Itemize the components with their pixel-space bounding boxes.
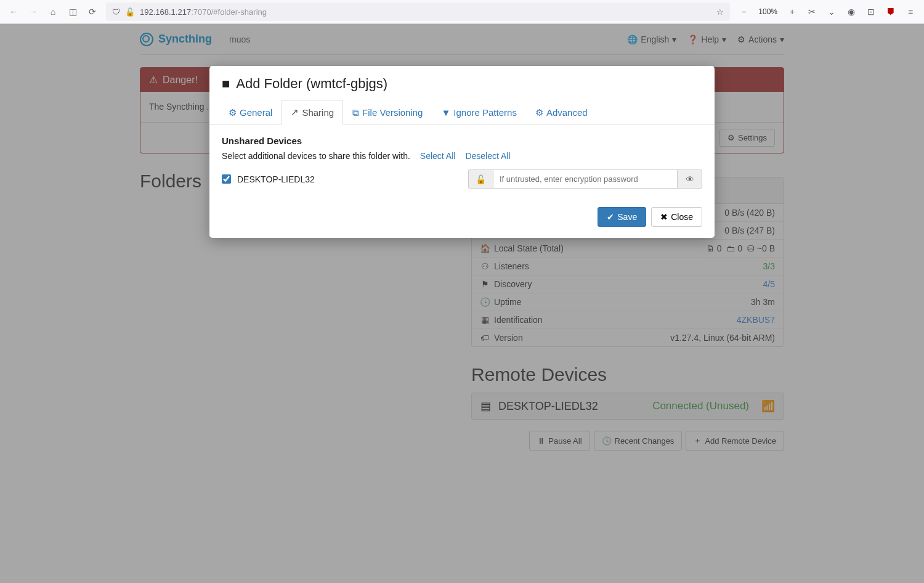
zoom-out-button[interactable]: − xyxy=(735,3,752,20)
extensions-icon[interactable]: ⊡ xyxy=(862,3,880,20)
gear-icon xyxy=(229,107,237,118)
url-bar[interactable]: 🛡 🔓 192.168.1.217:7070/#folder-sharing ☆ xyxy=(106,2,730,21)
save-button[interactable]: ✔Save xyxy=(598,207,646,227)
home-button[interactable]: ⌂ xyxy=(44,3,62,20)
add-folder-modal: ■ Add Folder (wmtcf-gbjgs) General ↗Shar… xyxy=(209,66,715,238)
reload-button[interactable]: ⟳ xyxy=(84,3,101,20)
forward-button[interactable]: → xyxy=(25,3,42,20)
tab-ignore[interactable]: ▼Ignore Patterns xyxy=(432,100,525,124)
back-button[interactable]: ← xyxy=(5,3,22,20)
unlock-icon[interactable]: 🔓 xyxy=(468,169,493,189)
deselect-all-link[interactable]: Deselect All xyxy=(465,151,510,161)
modal-title: ■ Add Folder (wmtcf-gbjgs) xyxy=(209,66,715,99)
encryption-password-input[interactable] xyxy=(493,169,678,189)
tab-advanced[interactable]: ⚙Advanced xyxy=(526,100,597,124)
zoom-level[interactable]: 100% xyxy=(755,7,781,16)
select-all-link[interactable]: Select All xyxy=(420,151,456,161)
url-text: 192.168.1.217:7070/#folder-sharing xyxy=(140,7,711,17)
close-icon: ✖ xyxy=(660,212,668,222)
modal-tabs: General ↗Sharing ⧉File Versioning ▼Ignor… xyxy=(209,99,715,124)
tab-sharing[interactable]: ↗Sharing xyxy=(282,100,343,124)
eye-icon[interactable]: 👁 xyxy=(678,169,702,189)
device-label[interactable]: DESKTOP-LIEDL32 xyxy=(237,174,315,184)
pocket-icon[interactable]: ⌄ xyxy=(823,3,840,20)
browser-toolbar: ← → ⌂ ◫ ⟳ 🛡 🔓 192.168.1.217:7070/#folder… xyxy=(0,0,924,24)
folder-icon: ■ xyxy=(222,76,230,92)
zoom-in-button[interactable]: + xyxy=(784,3,801,20)
menu-icon[interactable]: ≡ xyxy=(902,3,919,20)
filter-icon: ▼ xyxy=(441,107,450,118)
extension-icon[interactable]: ✂ xyxy=(803,3,821,20)
tab-general[interactable]: General xyxy=(219,100,282,124)
tab-versioning[interactable]: ⧉File Versioning xyxy=(343,100,432,124)
check-icon: ✔ xyxy=(607,212,614,222)
helper-text: Select additional devices to share this … xyxy=(222,151,410,161)
shield-icon: 🛡 xyxy=(112,7,120,17)
device-checkbox[interactable] xyxy=(222,174,231,184)
lock-insecure-icon: 🔓 xyxy=(125,7,135,17)
account-icon[interactable]: ◉ xyxy=(843,3,860,20)
ublock-icon[interactable]: ⛊ xyxy=(882,3,899,20)
close-button[interactable]: ✖Close xyxy=(651,207,702,227)
copy-icon: ⧉ xyxy=(352,107,359,118)
sidebar-button[interactable]: ◫ xyxy=(64,3,81,20)
share-device-row: DESKTOP-LIEDL32 🔓 👁 xyxy=(222,169,702,189)
share-icon: ↗ xyxy=(291,107,299,118)
cogs-icon: ⚙ xyxy=(535,107,543,118)
bookmark-star-icon[interactable]: ☆ xyxy=(716,7,724,17)
unshared-heading: Unshared Devices xyxy=(222,136,702,146)
